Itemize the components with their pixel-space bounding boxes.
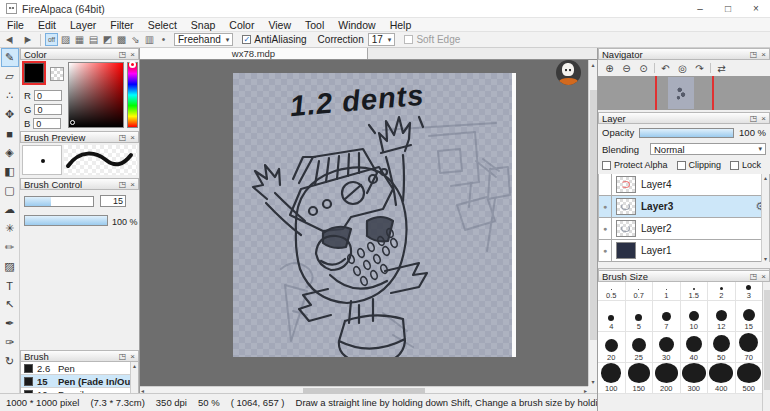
sv-picker-handle[interactable]: [70, 120, 75, 125]
r-value-input[interactable]: 0: [34, 90, 62, 101]
brush-size-option[interactable]: 5: [626, 301, 654, 332]
select-rect-tool[interactable]: ▢: [1, 181, 19, 200]
brush-size-option[interactable]: 400: [708, 363, 736, 394]
blending-dropdown[interactable]: Normal ▾: [650, 143, 766, 155]
menu-filter[interactable]: Filter: [103, 19, 140, 31]
saturation-value-picker[interactable]: [68, 62, 124, 128]
brush-size-option[interactable]: 7: [653, 301, 681, 332]
magic-wand-tool[interactable]: ✳: [1, 219, 19, 238]
horizontal-scrollbar[interactable]: ◂ ▸: [140, 386, 588, 393]
brush-size-option[interactable]: 1: [653, 282, 681, 301]
brush-size-option[interactable]: 10: [681, 301, 709, 332]
pen-tool[interactable]: ✎: [1, 48, 19, 67]
scroll-up-icon[interactable]: ▴: [589, 60, 597, 69]
layer-visibility-toggle[interactable]: [599, 174, 612, 195]
menu-file[interactable]: File: [0, 19, 31, 31]
layer-visibility-toggle[interactable]: ●: [599, 218, 612, 239]
protect-alpha-checkbox[interactable]: Protect Alpha: [602, 160, 668, 170]
layer-opacity-slider[interactable]: [639, 128, 734, 138]
canvas[interactable]: 1.2 dents: [233, 73, 516, 357]
snap-table[interactable]: ▥: [143, 33, 156, 46]
brush-size-option[interactable]: 3: [736, 282, 764, 301]
brush-size-option[interactable]: 1.5: [681, 282, 709, 301]
scroll-down-icon[interactable]: ▾: [764, 255, 767, 262]
hue-slider[interactable]: [127, 62, 138, 128]
minimize-button[interactable]: –: [686, 0, 714, 18]
layer-list-scrollbar[interactable]: ▴▾: [761, 174, 769, 262]
menu-color[interactable]: Color: [222, 19, 261, 31]
stroke-mode-dropdown[interactable]: Freehand ▾: [174, 33, 233, 46]
close-panel-icon[interactable]: ×: [130, 352, 135, 361]
layer-row-layer4[interactable]: Layer4: [599, 174, 769, 196]
brush-size-option[interactable]: 200: [653, 363, 681, 394]
g-value-input[interactable]: 0: [34, 104, 62, 115]
brush-size-option[interactable]: 30: [653, 332, 681, 363]
brush-size-option[interactable]: 500: [736, 363, 764, 394]
eyedropper-tool[interactable]: ✑: [1, 333, 19, 352]
layer-visibility-toggle[interactable]: ●: [599, 240, 612, 261]
background-color-swatch[interactable]: [50, 67, 64, 81]
brush-size-option[interactable]: 20: [598, 332, 626, 363]
curve-tool[interactable]: ✒: [1, 314, 19, 333]
flip-horizontal-button[interactable]: ⇄: [714, 62, 729, 75]
float-panel-icon[interactable]: ◳: [119, 180, 127, 189]
float-panel-icon[interactable]: ◳: [119, 133, 127, 142]
scroll-down-icon[interactable]: ▾: [589, 377, 597, 386]
layer-row-layer2[interactable]: ●Layer2: [599, 218, 769, 240]
close-panel-icon[interactable]: ×: [130, 180, 135, 189]
menu-snap[interactable]: Snap: [184, 19, 223, 31]
layer-row-layer3[interactable]: ●Layer3⚙: [599, 196, 769, 218]
brush-size-option[interactable]: 4: [598, 301, 626, 332]
close-panel-icon[interactable]: ×: [130, 50, 135, 59]
brush-size-option[interactable]: 100: [598, 363, 626, 394]
zoom-in-button[interactable]: ⊕: [602, 62, 617, 75]
navigator-preview[interactable]: [598, 76, 770, 110]
snap-grid[interactable]: ▦: [73, 33, 86, 46]
zoom-out-button[interactable]: ⊖: [619, 62, 634, 75]
vertical-scroll-thumb[interactable]: [590, 90, 597, 340]
brush-item[interactable]: 15Pen (Fade In/Out): [21, 375, 138, 388]
close-panel-icon[interactable]: ×: [761, 114, 766, 123]
close-button[interactable]: ×: [742, 0, 770, 18]
brush-size-option[interactable]: 150: [626, 363, 654, 394]
float-panel-icon[interactable]: ◳: [119, 352, 127, 361]
brush-size-option[interactable]: 15: [736, 301, 764, 332]
brush-size-value[interactable]: 15: [100, 195, 126, 207]
float-panel-icon[interactable]: ◳: [750, 272, 758, 281]
menu-view[interactable]: View: [261, 19, 298, 31]
b-value-input[interactable]: 0: [33, 118, 61, 129]
vertical-scrollbar[interactable]: ▴ ▾: [588, 60, 597, 386]
float-panel-icon[interactable]: ◳: [750, 50, 758, 59]
snap-horizontal[interactable]: ▤: [87, 33, 100, 46]
brush-size-option[interactable]: 25: [626, 332, 654, 363]
alpaca-mascot-button[interactable]: [556, 60, 581, 85]
brush-size-scroll-thumb[interactable]: [764, 290, 770, 390]
close-panel-icon[interactable]: ×: [130, 133, 135, 142]
snap-parallel[interactable]: ▨: [59, 33, 72, 46]
brush-opacity-slider[interactable]: [24, 215, 108, 226]
blur-tool[interactable]: ∴: [1, 86, 19, 105]
zoom-reset-button[interactable]: ⊙: [636, 62, 651, 75]
move-tool[interactable]: ✥: [1, 105, 19, 124]
layer-visibility-toggle[interactable]: ●: [599, 196, 612, 217]
brush-size-option[interactable]: 70: [736, 332, 764, 363]
hue-slider-handle[interactable]: [129, 61, 136, 68]
hand-tool[interactable]: ↻: [1, 352, 19, 371]
snap-pattern[interactable]: ▩: [115, 33, 128, 46]
brush-size-option[interactable]: 0.7: [626, 282, 654, 301]
layer-row-layer1[interactable]: ●Layer1: [599, 240, 769, 262]
menu-help[interactable]: Help: [383, 19, 419, 31]
brush-size-option[interactable]: 40: [681, 332, 709, 363]
snap-cross[interactable]: ◩: [101, 33, 114, 46]
rotate-reset-button[interactable]: ◎: [675, 62, 690, 75]
brush-size-option[interactable]: 50: [708, 332, 736, 363]
scroll-up-icon[interactable]: ▴: [133, 362, 136, 369]
antialiasing-checkbox[interactable]: ✓ AntiAliasing: [242, 34, 306, 45]
text-tool[interactable]: T: [1, 276, 19, 295]
document-tab[interactable]: wx78.mdp: [140, 48, 368, 59]
menu-edit[interactable]: Edit: [31, 19, 63, 31]
maximize-button[interactable]: □: [714, 0, 742, 18]
brush-size-option[interactable]: 300: [681, 363, 709, 394]
eraser-tool[interactable]: ▱: [1, 67, 19, 86]
clipping-checkbox[interactable]: Clipping: [677, 160, 722, 170]
